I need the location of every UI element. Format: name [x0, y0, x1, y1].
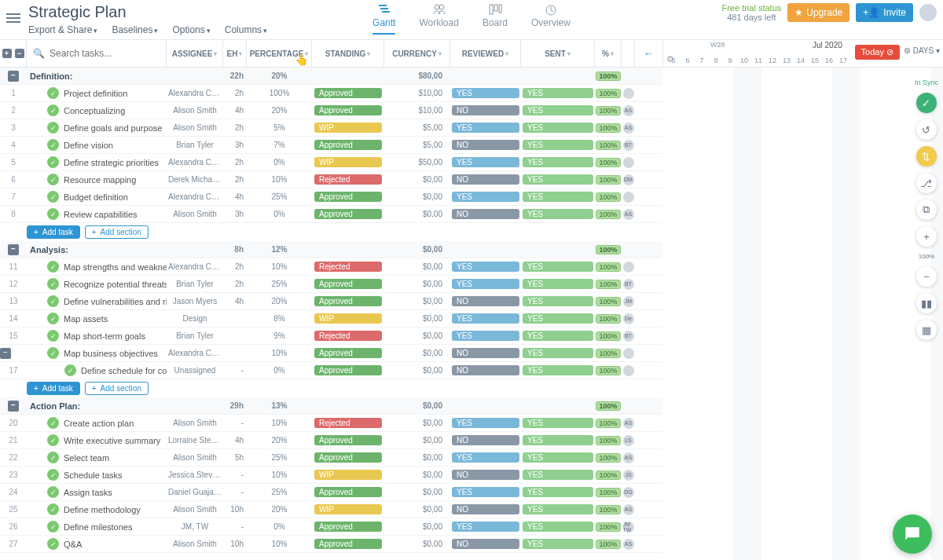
- task-eh[interactable]: 2h: [223, 262, 247, 271]
- complete-check-icon[interactable]: ✓: [47, 347, 59, 359]
- task-pct[interactable]: 20%: [247, 106, 312, 115]
- task-eh[interactable]: 4h: [223, 436, 247, 445]
- task-curr[interactable]: $50,00: [384, 158, 450, 167]
- day-10[interactable]: 10: [737, 57, 751, 64]
- day-7[interactable]: 7: [695, 57, 709, 64]
- view-overview[interactable]: Overview: [531, 3, 571, 35]
- standing-pill[interactable]: Approved: [314, 348, 382, 358]
- task-eh[interactable]: 3h: [223, 210, 247, 218]
- grid-icon[interactable]: ▦: [916, 320, 937, 340]
- sent-tag[interactable]: YES: [523, 123, 593, 133]
- task-eh[interactable]: 5h: [223, 453, 247, 462]
- task-pct[interactable]: 10%: [247, 419, 312, 427]
- task-pct[interactable]: 10%: [247, 175, 312, 184]
- col-reviewed[interactable]: REVIEWED▾: [450, 40, 521, 67]
- task-assignee[interactable]: Design: [167, 314, 223, 323]
- assignee-avatar-icon[interactable]: LS: [623, 435, 634, 446]
- task-curr[interactable]: $0,00: [384, 522, 450, 531]
- task-curr[interactable]: $0,00: [384, 419, 450, 427]
- complete-check-icon[interactable]: ✓: [47, 87, 59, 99]
- assignee-avatar-icon[interactable]: [623, 348, 634, 359]
- standing-pill[interactable]: Approved: [314, 88, 382, 98]
- assignee-avatar-icon[interactable]: AS: [623, 123, 634, 134]
- task-pct[interactable]: 25%: [247, 280, 312, 288]
- sent-tag[interactable]: YES: [523, 348, 593, 358]
- standing-pill[interactable]: Rejected: [314, 174, 382, 185]
- standing-pill[interactable]: Rejected: [314, 262, 382, 272]
- reviewed-tag[interactable]: YES: [452, 192, 519, 202]
- sent-tag[interactable]: YES: [523, 105, 593, 115]
- standing-pill[interactable]: Approved: [314, 279, 382, 289]
- assignee-avatar-icon[interactable]: BT: [623, 140, 634, 151]
- reviewed-tag[interactable]: NO: [452, 209, 519, 219]
- day-13[interactable]: 13: [780, 57, 794, 64]
- task-name[interactable]: ✓Q&A: [27, 538, 167, 550]
- assignee-avatar-icon[interactable]: AS: [623, 539, 634, 550]
- complete-check-icon[interactable]: ✓: [47, 104, 59, 116]
- timeline-header[interactable]: ⚙ W28 Jul 2020 567891011121314151617 Tod…: [663, 40, 943, 67]
- sent-tag[interactable]: YES: [523, 539, 593, 549]
- task-curr[interactable]: $0,00: [384, 331, 450, 340]
- task-assignee[interactable]: Alison Smith: [167, 210, 223, 218]
- sent-tag[interactable]: YES: [523, 470, 593, 480]
- complete-check-icon[interactable]: ✓: [47, 486, 59, 498]
- col-standing[interactable]: STANDING▾: [312, 40, 384, 67]
- user-avatar[interactable]: [919, 4, 937, 21]
- standing-pill[interactable]: Approved: [314, 365, 382, 375]
- task-curr[interactable]: $0,00: [384, 540, 450, 548]
- task-curr[interactable]: $0,00: [384, 488, 450, 496]
- add-task-button[interactable]: + Add task: [27, 382, 80, 395]
- sent-tag[interactable]: YES: [523, 279, 593, 289]
- assignee-avatar-icon[interactable]: De: [623, 313, 634, 324]
- view-board[interactable]: Board: [483, 3, 508, 35]
- task-curr[interactable]: $0,00: [384, 280, 450, 288]
- standing-pill[interactable]: Approved: [314, 435, 382, 445]
- complete-check-icon[interactable]: ✓: [47, 261, 59, 273]
- task-curr[interactable]: $0,00: [384, 470, 450, 479]
- zoom-out-icon[interactable]: −: [916, 266, 937, 287]
- standing-pill[interactable]: Approved: [314, 296, 382, 306]
- assignee-avatar-icon[interactable]: DG: [623, 487, 634, 498]
- assignee-avatar-icon[interactable]: AS: [623, 418, 634, 429]
- reviewed-tag[interactable]: NO: [452, 365, 519, 375]
- sent-tag[interactable]: YES: [523, 452, 593, 463]
- complete-check-icon[interactable]: ✓: [47, 417, 59, 429]
- task-curr[interactable]: $0,00: [384, 436, 450, 445]
- task-assignee[interactable]: Alison Smith: [167, 505, 223, 514]
- reviewed-tag[interactable]: YES: [452, 279, 519, 289]
- task-pct[interactable]: 10%: [247, 470, 312, 479]
- task-name[interactable]: ✓Map business objectives: [27, 347, 167, 359]
- col-percentage[interactable]: PERCENTAGE▾: [247, 40, 312, 67]
- reviewed-tag[interactable]: NO: [452, 296, 519, 306]
- task-assignee[interactable]: Alexandra Cuart...: [167, 349, 223, 357]
- standing-pill[interactable]: Approved: [314, 539, 382, 549]
- task-pct[interactable]: 20%: [247, 297, 312, 306]
- task-name[interactable]: ✓Schedule tasks: [27, 469, 167, 481]
- complete-check-icon[interactable]: ✓: [47, 452, 59, 463]
- complete-check-icon[interactable]: ✓: [47, 208, 59, 220]
- task-eh[interactable]: 10h: [223, 540, 247, 548]
- task-curr[interactable]: $0,00: [384, 210, 450, 218]
- task-assignee[interactable]: Alexandra Cuart...: [167, 89, 223, 97]
- invite-button[interactable]: +👤 Invite: [856, 3, 913, 22]
- task-eh[interactable]: 2h: [223, 158, 247, 167]
- task-eh[interactable]: 2h: [223, 123, 247, 132]
- collapse-columns-arrow[interactable]: ←: [635, 40, 663, 67]
- day-15[interactable]: 15: [808, 57, 822, 64]
- standing-pill[interactable]: Approved: [314, 452, 382, 463]
- task-name[interactable]: ✓Create action plan: [27, 417, 167, 429]
- task-eh[interactable]: 2h: [223, 89, 247, 97]
- task-name[interactable]: ✓Resource mapping: [27, 174, 167, 185]
- task-pct[interactable]: 0%: [247, 366, 312, 375]
- task-name[interactable]: ✓Define methodology: [27, 503, 167, 515]
- complete-check-icon[interactable]: ✓: [64, 364, 76, 376]
- add-section-button[interactable]: + Add section: [85, 382, 149, 395]
- search-input[interactable]: [50, 48, 160, 59]
- standing-pill[interactable]: Approved: [314, 105, 382, 115]
- assignee-avatar-icon[interactable]: [623, 262, 634, 273]
- task-name[interactable]: ✓Conceptualizing: [27, 104, 167, 116]
- standing-pill[interactable]: WIP: [314, 313, 382, 324]
- add-section-button[interactable]: + Add section: [85, 225, 149, 239]
- sort-icon[interactable]: ⇅: [916, 146, 937, 167]
- task-name[interactable]: ✓Budget definition: [27, 191, 167, 203]
